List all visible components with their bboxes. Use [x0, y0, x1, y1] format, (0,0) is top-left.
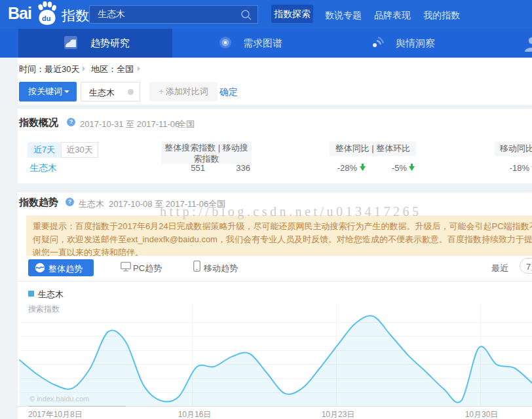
- trend-keyword: 生态木: [79, 198, 104, 210]
- x-tick-label: 2017年10月8日: [28, 409, 83, 419]
- overview-date-range: 2017-10-31 至 2017-11-06: [80, 118, 180, 130]
- x-tick-label: 10月23日: [312, 409, 364, 419]
- mobile-phone-icon: [193, 261, 200, 272]
- help-icon[interactable]: ?: [67, 118, 75, 126]
- overview-keyword-link[interactable]: 生态木: [29, 162, 57, 174]
- user-icon[interactable]: [523, 35, 532, 52]
- baidu-logo-text-bai[interactable]: Bai: [8, 4, 31, 23]
- trend-research-icon: [63, 35, 79, 50]
- header-search-input[interactable]: [90, 6, 285, 23]
- keyword-input[interactable]: 生态木: [81, 82, 140, 101]
- notice-line: 重要提示：百度指数于2017年6月24日完成数据策略升级，尽可能还原网民主动搜索…: [33, 220, 532, 233]
- notice-line: 何疑问，欢迎发送邮件至ext_indexfk@baidu.com，我们会有专业人…: [33, 233, 532, 246]
- time-filter[interactable]: 时间：最近30天: [19, 64, 79, 75]
- nav-item-brand-performance[interactable]: 品牌表现: [374, 10, 411, 22]
- column-header-yoy-mom: 整体同比 | 整体环比: [330, 141, 416, 156]
- chevron-right-icon: [138, 66, 140, 71]
- trend-down-icon: [360, 164, 366, 171]
- nav-item-my-index[interactable]: 我的指数: [423, 10, 460, 22]
- column-header-search-index: 整体搜索指数 | 移动搜索指数: [161, 141, 252, 164]
- nav-item-index-explore[interactable]: 指数探索: [271, 5, 313, 23]
- overall-search-index-value: 551: [172, 163, 205, 173]
- plus-icon: +: [159, 86, 164, 96]
- baidu-logo-suffix[interactable]: 指数: [62, 7, 89, 25]
- overall-trend-icon: [35, 263, 45, 273]
- pc-monitor-icon: [121, 262, 131, 272]
- sentiment-insight-icon: [370, 35, 385, 50]
- recent-range-selector[interactable]: 7天: [520, 258, 532, 274]
- y-axis-label: 搜索指数: [28, 304, 60, 315]
- mobile-search-index-value: 336: [218, 163, 250, 173]
- divider: [18, 281, 532, 282]
- demand-graph-icon: [218, 35, 233, 50]
- column-header-mobile-yoy: 移动同比 |: [495, 141, 532, 156]
- tab-mobile-trend[interactable]: 移动趋势: [204, 263, 238, 274]
- overall-yoy-value: -28%: [324, 163, 357, 173]
- baidu-index-page: Bai du 指数 指数探索 数说专题 品牌表现 我的指数 趋势研究 需求图谱 …: [0, 0, 532, 419]
- trend-section-title: 指数趋势: [19, 196, 58, 209]
- important-notice-banner: 重要提示：百度指数于2017年6月24日完成数据策略升级，尽可能还原网民主动搜索…: [26, 215, 532, 256]
- confirm-button[interactable]: 确定: [219, 86, 238, 98]
- add-compare-button[interactable]: +添加对比词: [149, 82, 218, 101]
- tab-last-30-days[interactable]: 近30天: [61, 142, 98, 158]
- overview-region: 全国: [178, 118, 195, 130]
- overview-section-title: 指数概况: [19, 117, 58, 129]
- tab-overall-trend[interactable]: 整体趋势: [28, 259, 94, 276]
- trend-down-icon: [409, 164, 415, 171]
- x-tick-label: 10月30日: [455, 409, 508, 419]
- subnav-label-sentiment-insight[interactable]: 舆情洞察: [396, 37, 435, 50]
- baidu-paw-icon[interactable]: [35, 1, 60, 27]
- region-filter[interactable]: 地区：全国: [91, 64, 134, 75]
- header-search-box[interactable]: [89, 5, 258, 24]
- legend-swatch: [28, 291, 34, 297]
- search-icon[interactable]: [240, 9, 252, 21]
- keyword-value: 生态木: [89, 87, 115, 99]
- overall-mom-value: -5%: [374, 163, 407, 173]
- tab-pc-trend[interactable]: PC趋势: [133, 263, 162, 274]
- tab-last-7-days[interactable]: 近7天: [28, 142, 61, 158]
- help-icon[interactable]: ?: [66, 198, 74, 206]
- trend-area-path: [20, 316, 532, 407]
- mobile-yoy-value: -18%: [497, 163, 529, 173]
- nav-item-data-topics[interactable]: 数说专题: [325, 10, 362, 22]
- caret-down-icon: [64, 90, 69, 93]
- baidu-logo-text-du: du: [42, 14, 50, 22]
- subnav-label-demand-graph[interactable]: 需求图谱: [243, 37, 282, 50]
- subnav-label-trend-research[interactable]: 趋势研究: [90, 37, 130, 50]
- recent-range-label: 最近: [491, 263, 508, 274]
- index-baidu-watermark: © index.baidu.com: [29, 395, 89, 403]
- x-tick-label: 10月16日: [168, 409, 221, 419]
- notice-line: 谢您一直以来的支持和陪伴。: [33, 246, 532, 256]
- chevron-right-icon: [83, 66, 85, 71]
- keyword-type-button[interactable]: 按关键词: [19, 82, 77, 101]
- csdn-watermark: http://blog.csdn.net/u013417265: [160, 204, 422, 219]
- clear-keyword-icon[interactable]: [128, 89, 134, 95]
